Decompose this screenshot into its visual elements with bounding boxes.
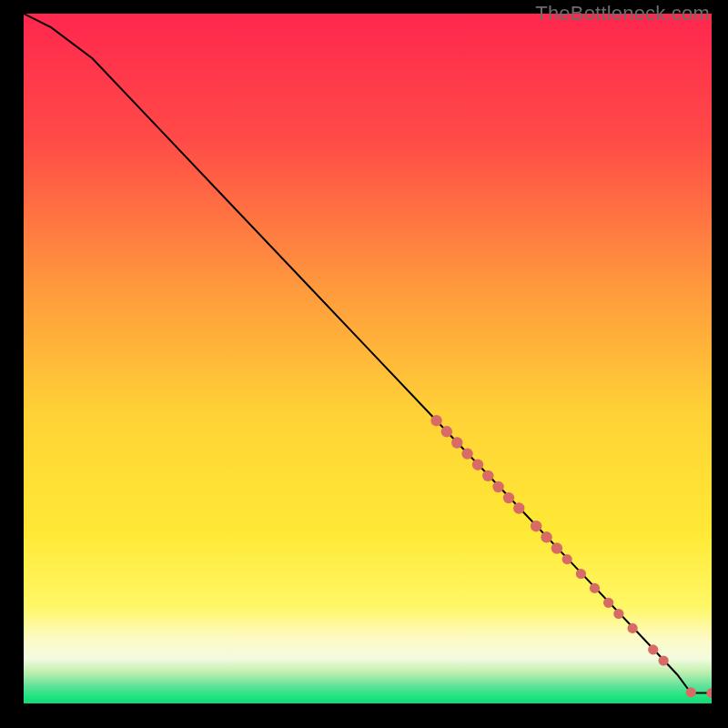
data-point <box>451 437 462 448</box>
data-point <box>531 521 541 531</box>
curve-layer <box>24 14 712 703</box>
data-point <box>628 623 638 633</box>
data-point <box>603 598 613 608</box>
data-point <box>482 470 493 481</box>
marker-group <box>430 415 712 698</box>
data-point <box>613 609 623 619</box>
data-point <box>648 644 658 654</box>
data-point <box>503 492 514 503</box>
data-point <box>551 542 562 553</box>
data-point <box>472 460 483 470</box>
data-point <box>461 448 472 459</box>
data-point <box>492 481 503 492</box>
data-point <box>659 655 669 665</box>
chart-stage: TheBottleneck.com <box>0 0 728 728</box>
data-point <box>590 583 600 593</box>
data-point <box>706 688 712 698</box>
main-curve <box>24 14 712 693</box>
data-point <box>686 687 696 697</box>
data-point <box>430 415 441 426</box>
data-point <box>562 554 572 564</box>
plot-area <box>24 14 712 703</box>
data-point <box>541 531 551 542</box>
data-point <box>513 502 524 513</box>
data-point <box>441 426 452 437</box>
data-point <box>576 569 586 579</box>
